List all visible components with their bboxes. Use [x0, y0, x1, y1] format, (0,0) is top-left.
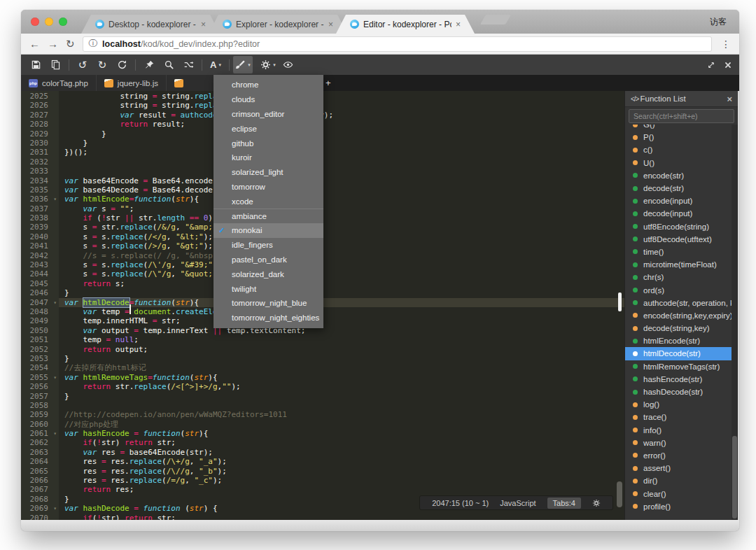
- redo-button[interactable]: ↻: [92, 56, 112, 73]
- function-item[interactable]: c(): [625, 143, 738, 156]
- function-item[interactable]: authcode(str, operation, k...: [625, 297, 738, 309]
- undo-button[interactable]: ↺: [73, 56, 92, 73]
- browser-tab-title: Desktop - kodexplorer - Power: [108, 20, 197, 29]
- fullscreen-icon[interactable]: [707, 61, 715, 69]
- function-item[interactable]: htmlDecode(str): [625, 347, 732, 360]
- function-item[interactable]: decode(string,key): [625, 322, 738, 334]
- guest-profile-label[interactable]: 访客: [710, 16, 727, 28]
- function-item[interactable]: G(): [625, 125, 738, 131]
- zoom-window-button[interactable]: [59, 17, 67, 26]
- back-icon[interactable]: ←: [29, 38, 40, 49]
- function-item[interactable]: P(): [625, 131, 738, 143]
- fold-arrow-icon[interactable]: ▾: [53, 430, 57, 438]
- status-gear-icon[interactable]: [592, 499, 601, 507]
- function-item[interactable]: profile(): [625, 500, 738, 513]
- panel-scrollbar-thumb[interactable]: [732, 436, 737, 519]
- browser-tab-3[interactable]: Editor - kodexplorer - Powered×: [336, 15, 475, 34]
- file-tab-jquery-lib.js[interactable]: jquery-lib.js: [97, 75, 167, 91]
- function-item[interactable]: encode(input): [625, 195, 738, 207]
- theme-button[interactable]: ▾: [233, 56, 253, 73]
- settings-button[interactable]: ▾: [258, 56, 278, 73]
- function-item[interactable]: decode(str): [625, 182, 738, 195]
- close-window-button[interactable]: [31, 17, 39, 26]
- theme-option-kuroir[interactable]: kuroir: [214, 150, 323, 165]
- function-item[interactable]: hashDecode(str): [625, 386, 738, 398]
- function-item[interactable]: log(): [625, 398, 738, 411]
- tabs-count-badge[interactable]: Tabs:4: [547, 498, 581, 509]
- switch-button[interactable]: [178, 56, 198, 73]
- theme-option-solarized_dark[interactable]: solarized_dark: [214, 267, 323, 281]
- theme-option-twilight[interactable]: twilight: [214, 281, 323, 296]
- save-button[interactable]: [26, 56, 46, 73]
- function-item[interactable]: assert(): [625, 462, 738, 474]
- refresh-button[interactable]: [112, 56, 132, 73]
- function-item[interactable]: U(): [625, 157, 738, 169]
- editor-scrollbar-end[interactable]: [617, 481, 622, 507]
- fold-arrow-icon[interactable]: ▾: [53, 505, 57, 513]
- fold-arrow-icon[interactable]: ▾: [53, 374, 57, 382]
- function-item[interactable]: trace(): [625, 411, 738, 423]
- function-item[interactable]: warn(): [625, 437, 738, 449]
- tab-close-icon[interactable]: ×: [456, 20, 461, 29]
- tab-close-icon[interactable]: ×: [328, 20, 333, 29]
- function-item[interactable]: utf8Decode(utftext): [625, 233, 738, 246]
- preview-button[interactable]: [278, 56, 298, 73]
- browser-tab-1[interactable]: Desktop - kodexplorer - Power×: [81, 15, 220, 34]
- theme-option-tomorrow[interactable]: tomorrow: [214, 180, 323, 195]
- code-text: [59, 401, 624, 410]
- function-item[interactable]: utf8Encode(string): [625, 220, 738, 233]
- green-dot-icon: [633, 275, 638, 280]
- function-item[interactable]: chr(s): [625, 271, 738, 283]
- function-item[interactable]: time(): [625, 246, 738, 258]
- forward-icon[interactable]: →: [48, 38, 58, 49]
- editor-scrollbar-thumb[interactable]: [618, 292, 622, 311]
- search-button[interactable]: [159, 56, 178, 73]
- function-item[interactable]: encode(string,key,expiry): [625, 309, 738, 322]
- page-info-icon[interactable]: ⓘ: [89, 38, 98, 50]
- theme-option-crimson_editor[interactable]: crimson_editor: [214, 107, 323, 122]
- theme-option-chrome[interactable]: chrome: [214, 78, 323, 92]
- language-mode[interactable]: JavaScript: [500, 499, 536, 507]
- function-item[interactable]: htmlRemoveTags(str): [625, 360, 738, 373]
- fold-arrow-icon[interactable]: ▾: [53, 299, 57, 307]
- function-item[interactable]: clear(): [625, 487, 738, 500]
- browser-tab-2[interactable]: Explorer - kodexplorer - Power×: [209, 15, 347, 34]
- panel-scrollbar-track[interactable]: [732, 125, 738, 520]
- tab-close-icon[interactable]: ×: [201, 20, 206, 29]
- theme-option-tomorrow_night_blue[interactable]: tomorrow_night_blue: [214, 296, 323, 311]
- function-item[interactable]: dir(): [625, 474, 738, 487]
- theme-option-ambiance[interactable]: ambiance: [214, 209, 323, 223]
- function-item[interactable]: error(): [625, 449, 738, 462]
- function-item[interactable]: info(): [625, 424, 738, 437]
- theme-option-eclipse[interactable]: eclipse: [214, 121, 323, 136]
- theme-option-xcode[interactable]: xcode: [214, 194, 323, 209]
- fold-arrow-icon[interactable]: ▾: [53, 195, 57, 204]
- font-button[interactable]: A▾: [206, 56, 225, 73]
- reload-icon[interactable]: ↻: [66, 38, 75, 49]
- function-item[interactable]: hashEncode(str): [625, 373, 738, 386]
- copy-button[interactable]: [46, 56, 65, 73]
- kodexplorer-favicon: [95, 20, 104, 29]
- theme-option-clouds[interactable]: clouds: [214, 92, 323, 107]
- function-item[interactable]: encode(str): [625, 169, 738, 182]
- theme-option-solarized_light[interactable]: solarized_light: [214, 165, 323, 180]
- theme-option-pastel_on_dark[interactable]: pastel_on_dark: [214, 253, 323, 267]
- theme-option-monokai[interactable]: ✓monokai: [214, 223, 323, 238]
- pin-button[interactable]: [139, 56, 159, 73]
- function-item[interactable]: htmlEncode(str): [625, 334, 738, 347]
- browser-menu-icon[interactable]: ⋮: [721, 38, 731, 50]
- function-item[interactable]: microtime(timeFloat): [625, 258, 738, 271]
- minimize-window-button[interactable]: [45, 17, 53, 26]
- function-item[interactable]: decode(input): [625, 207, 738, 220]
- exit-icon[interactable]: [724, 61, 732, 69]
- function-item[interactable]: ord(s): [625, 283, 738, 296]
- theme-option-tomorrow_night_eighties[interactable]: tomorrow_night_eighties: [214, 311, 323, 325]
- address-bar[interactable]: ⓘ localhost/kod/kod_dev/index.php?editor: [83, 36, 712, 52]
- file-tab-colorTag.php[interactable]: phpcolorTag.php: [21, 75, 97, 91]
- theme-option-idle_fingers[interactable]: idle_fingers: [214, 238, 323, 253]
- close-panel-icon[interactable]: ×: [727, 94, 732, 104]
- function-search-input[interactable]: [629, 109, 734, 123]
- code-text: }: [59, 139, 624, 148]
- new-browser-tab-button[interactable]: [480, 15, 511, 24]
- theme-option-github[interactable]: github: [214, 136, 323, 150]
